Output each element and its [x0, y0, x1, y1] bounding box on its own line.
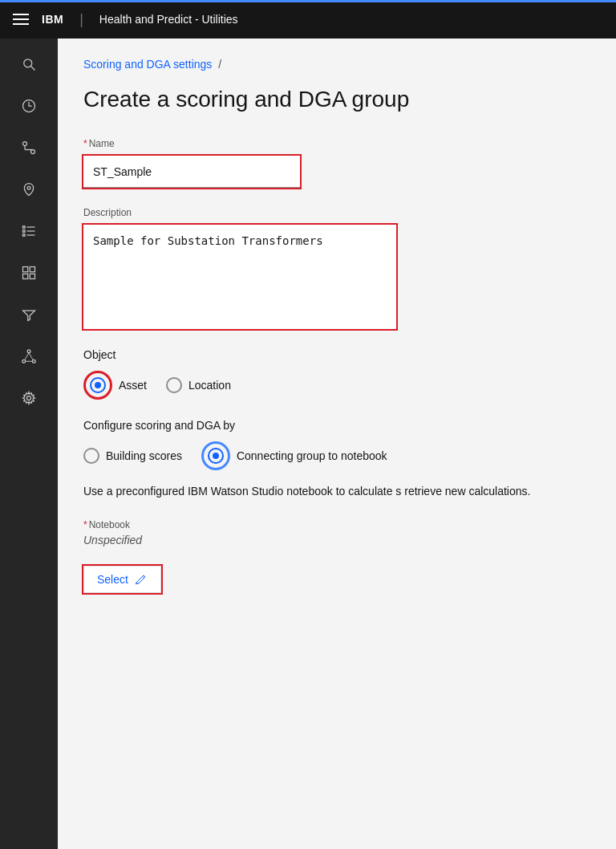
configure-radio-group: Building scores Connecting group to note… [83, 441, 590, 470]
sidebar-history-icon[interactable] [10, 87, 48, 125]
svg-rect-12 [23, 234, 26, 237]
svg-point-0 [24, 59, 32, 67]
location-radio-item[interactable]: Location [166, 377, 231, 393]
svg-point-7 [27, 186, 30, 189]
object-section-label: Object [83, 348, 590, 361]
connecting-group-radio-ring [201, 441, 230, 470]
select-button-label: Select [97, 573, 128, 586]
description-label: Description [83, 207, 590, 218]
object-section: Object Asset Location [83, 348, 590, 400]
sidebar-checklist-icon[interactable] [10, 212, 48, 250]
brand-name: IBM [42, 13, 63, 26]
edit-icon [135, 573, 148, 586]
svg-point-3 [23, 142, 27, 146]
page-title: Create a scoring and DGA group [83, 87, 590, 112]
svg-rect-8 [23, 226, 26, 229]
svg-rect-15 [30, 267, 34, 272]
svg-point-18 [27, 350, 30, 353]
building-scores-radio-outer [83, 448, 99, 464]
select-button[interactable]: Select [83, 566, 161, 593]
asset-radio-label: Asset [119, 379, 147, 392]
configure-section-label: Configure scoring and DGA by [83, 419, 590, 432]
name-label: * Name [83, 138, 590, 149]
info-text: Use a preconfigured IBM Watson Studio no… [83, 483, 590, 500]
notebook-label: * Notebook [83, 519, 590, 530]
svg-point-24 [27, 396, 31, 400]
building-scores-radio-item[interactable]: Building scores [83, 448, 182, 464]
building-scores-label: Building scores [106, 449, 182, 462]
connecting-group-radio-item[interactable]: Connecting group to notebook [201, 441, 387, 470]
name-input[interactable] [83, 156, 300, 188]
svg-rect-10 [23, 230, 26, 233]
svg-rect-14 [23, 267, 28, 272]
svg-point-20 [32, 360, 35, 363]
svg-point-4 [31, 150, 35, 154]
breadcrumb: Scoring and DGA settings / [83, 58, 590, 71]
description-input[interactable]: Sample for Substation Transformers [83, 225, 396, 329]
notebook-field-section: * Notebook Unspecified [83, 519, 590, 546]
connecting-group-label: Connecting group to notebook [237, 449, 387, 462]
name-required-star: * [83, 138, 87, 149]
svg-line-25 [142, 576, 144, 579]
notebook-required-star: * [83, 519, 87, 530]
sidebar-settings-icon[interactable] [10, 379, 48, 417]
location-radio-label: Location [188, 379, 231, 392]
location-radio-outer [166, 377, 182, 393]
topbar: IBM | Health and Predict - Utilities [0, 0, 616, 39]
svg-line-1 [31, 67, 35, 71]
configure-section: Configure scoring and DGA by Building sc… [83, 419, 590, 470]
svg-line-21 [25, 353, 29, 360]
connecting-group-radio-inner [213, 453, 219, 459]
sidebar-location-icon[interactable] [10, 170, 48, 209]
name-field-section: * Name [83, 138, 590, 188]
sidebar-search-icon[interactable] [10, 45, 48, 83]
topbar-divider: | [79, 11, 83, 28]
sidebar-route-icon[interactable] [10, 128, 48, 167]
svg-point-19 [22, 360, 26, 363]
sidebar [0, 39, 58, 849]
asset-radio-inner [95, 382, 101, 388]
menu-icon[interactable] [13, 14, 29, 25]
asset-radio-outer [90, 377, 106, 393]
sidebar-network-icon[interactable] [10, 337, 48, 376]
notebook-value: Unspecified [83, 534, 590, 546]
top-accent-bar [0, 0, 616, 2]
sidebar-filter-icon[interactable] [10, 295, 48, 334]
svg-rect-17 [30, 274, 34, 278]
object-radio-group: Asset Location [83, 371, 590, 400]
breadcrumb-separator: / [218, 58, 221, 71]
asset-radio-ring [83, 371, 112, 400]
description-field-section: Description Sample for Substation Transf… [83, 207, 590, 329]
main-content: Scoring and DGA settings / Create a scor… [58, 39, 616, 849]
breadcrumb-parent-link[interactable]: Scoring and DGA settings [83, 58, 212, 71]
svg-rect-16 [23, 274, 28, 278]
app-name: Health and Predict - Utilities [99, 13, 238, 26]
svg-line-22 [29, 353, 33, 360]
sidebar-dashboard-icon[interactable] [10, 254, 48, 292]
asset-radio-item[interactable]: Asset [83, 371, 147, 400]
connecting-group-radio-outer [208, 448, 224, 464]
